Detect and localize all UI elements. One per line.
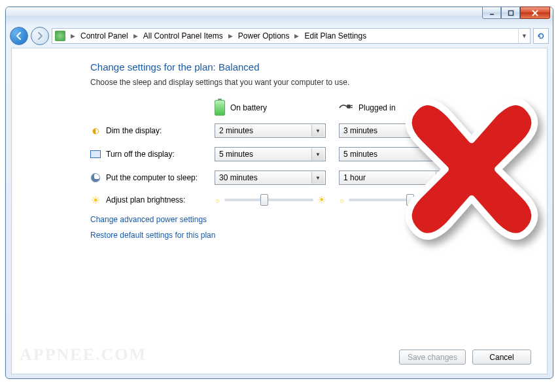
row-bright-label: Adjust plan brightness: (106, 195, 185, 204)
moon-icon (90, 172, 101, 183)
col-plugged-in: Plugged in (339, 100, 450, 116)
breadcrumb-sep-icon: ▶ (71, 33, 75, 39)
nav-row: ▶ Control Panel ▶ All Control Panel Item… (6, 25, 553, 46)
dim-battery-dropdown[interactable]: 2 minutes (215, 123, 326, 138)
sun-small-icon: ☼ (215, 197, 220, 204)
save-changes-button[interactable]: Save changes (399, 350, 466, 365)
minimize-button[interactable] (482, 7, 501, 19)
slider-thumb[interactable] (260, 194, 268, 206)
row-turn-off-display: Turn off the display: 5 minutes 5 minute… (90, 147, 529, 161)
row-brightness: ☀ Adjust plan brightness: ☼ ☀ ☼ ☀ (90, 194, 529, 206)
breadcrumb-item[interactable]: Power Options (238, 31, 290, 41)
svg-rect-1 (508, 10, 513, 15)
titlebar (6, 7, 553, 25)
row-off-label: Turn off the display: (106, 150, 175, 159)
address-bar[interactable]: ▶ Control Panel ▶ All Control Panel Item… (52, 28, 531, 44)
row-dim-display: ◐ Dim the display: 2 minutes 3 minutes (90, 123, 529, 138)
battery-icon (215, 100, 225, 116)
col-plugged-in-label: Plugged in (358, 103, 396, 112)
brightness-plugged-slider[interactable]: ☼ ☀ (339, 194, 450, 206)
columns-header: On battery Plugged in (215, 100, 529, 116)
sleep-battery-value: 30 minutes (219, 173, 258, 182)
brightness-battery-slider[interactable]: ☼ ☀ (215, 194, 326, 206)
row-label: Put the computer to sleep: (90, 172, 215, 183)
dim-icon: ◐ (90, 125, 101, 136)
window-frame: ▶ Control Panel ▶ All Control Panel Item… (5, 7, 553, 379)
row-dim-label: Dim the display: (106, 126, 162, 135)
dim-plugged-value: 3 minutes (343, 126, 377, 135)
sun-large-icon: ☀ (442, 194, 450, 206)
sun-small-icon: ☼ (339, 197, 345, 204)
window-controls (482, 7, 550, 19)
content-pane: Change settings for the plan: Balanced C… (11, 48, 548, 374)
sleep-battery-dropdown[interactable]: 30 minutes (215, 171, 326, 185)
slider-track (224, 199, 313, 201)
col-on-battery: On battery (215, 100, 326, 116)
dim-plugged-dropdown[interactable]: 3 minutes (339, 123, 450, 138)
off-plugged-value: 5 minutes (343, 150, 377, 159)
nav-forward-button[interactable] (31, 27, 49, 45)
address-dropdown-icon[interactable]: ▼ (518, 29, 530, 43)
restore-defaults-link[interactable]: Restore default settings for this plan (90, 231, 529, 240)
watermark-text: APPNEE.COM (20, 345, 147, 365)
sleep-plugged-dropdown[interactable]: 1 hour (339, 171, 450, 185)
page-subtext: Choose the sleep and display settings th… (90, 78, 529, 87)
breadcrumb-item[interactable]: All Control Panel Items (143, 31, 223, 41)
off-battery-dropdown[interactable]: 5 minutes (215, 147, 326, 161)
dim-battery-value: 2 minutes (219, 126, 253, 135)
row-label: ◐ Dim the display: (90, 125, 215, 136)
nav-back-button[interactable] (10, 27, 28, 45)
sleep-plugged-value: 1 hour (343, 173, 366, 182)
page-heading: Change settings for the plan: Balanced (90, 61, 529, 73)
row-label: ☀ Adjust plan brightness: (90, 195, 215, 205)
breadcrumb-item[interactable]: Control Panel (80, 31, 128, 41)
control-panel-icon (55, 31, 65, 41)
close-button[interactable] (520, 7, 550, 19)
breadcrumb-item[interactable]: Edit Plan Settings (304, 31, 366, 41)
breadcrumb-sep-icon: ▶ (133, 33, 138, 39)
svg-rect-4 (347, 105, 351, 108)
plug-icon (339, 102, 353, 114)
breadcrumb-sep-icon: ▶ (294, 33, 299, 39)
slider-track (349, 199, 438, 201)
row-sleep: Put the computer to sleep: 30 minutes 1 … (90, 171, 529, 185)
row-label: Turn off the display: (90, 149, 215, 159)
refresh-button[interactable] (533, 28, 549, 44)
sun-icon: ☀ (90, 195, 101, 205)
breadcrumb-sep-icon: ▶ (228, 33, 233, 39)
cancel-button[interactable]: Cancel (472, 350, 531, 365)
slider-thumb[interactable] (406, 194, 414, 206)
row-sleep-label: Put the computer to sleep: (106, 173, 198, 182)
col-on-battery-label: On battery (230, 103, 267, 112)
advanced-power-settings-link[interactable]: Change advanced power settings (90, 215, 529, 224)
footer-buttons: Save changes Cancel (399, 350, 531, 365)
maximize-button[interactable] (501, 7, 520, 19)
off-battery-value: 5 minutes (219, 150, 253, 159)
display-icon (90, 149, 101, 159)
sun-large-icon: ☀ (317, 194, 326, 206)
off-plugged-dropdown[interactable]: 5 minutes (339, 147, 450, 161)
